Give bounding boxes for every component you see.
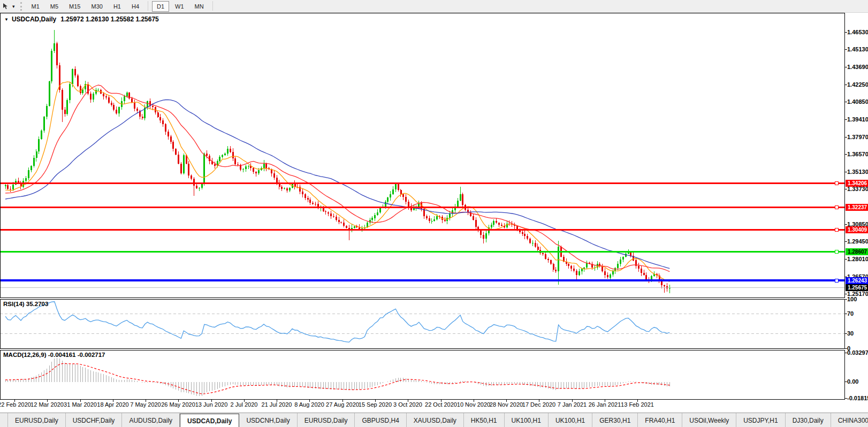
macd-tick-label: 0.032972 [847, 349, 868, 356]
level-price-badge: 1.30409 [846, 226, 868, 233]
timeframe-button-m30[interactable]: M30 [87, 1, 108, 12]
tab-ger30-h1[interactable]: GER30,H1 [592, 413, 638, 427]
date-tick-label: 2 Jul 2020 [231, 401, 258, 408]
date-tick-label: 26 May 2020 [161, 401, 195, 408]
date-tick-label: 18 Apr 2020 [97, 401, 128, 408]
price-tick-label: 1.37970 [847, 134, 868, 140]
rsi-panel-chart[interactable] [0, 299, 844, 348]
chart-tab-bar: EURUSD,DailyUSDCHF,DailyAUDUSD,DailyUSDC… [0, 413, 868, 427]
price-tick-label: 1.40850 [847, 98, 868, 105]
timeframe-button-m5[interactable]: M5 [45, 1, 63, 12]
timeframe-toolbar: ▾ M1M5M15M30H1H4D1W1MN [0, 0, 868, 13]
macd-panel-chart[interactable] [0, 350, 844, 399]
chevron-down-icon[interactable]: ▾ [12, 4, 15, 9]
collapse-icon[interactable]: ▼ [4, 17, 9, 22]
date-tick-label: 7 May 2020 [130, 401, 161, 408]
date-tick-label: 3 Oct 2020 [393, 401, 422, 408]
date-tick-label: 17 Dec 2020 [522, 401, 555, 408]
price-tick-label: 1.39410 [847, 116, 868, 123]
tab-uk100-h1[interactable]: UK100,H1 [505, 413, 549, 427]
tab-fra40-h1[interactable]: FRA40,H1 [638, 413, 682, 427]
price-tick-label: 1.28010 [847, 256, 868, 262]
macd-tick-label: -0.018154 [847, 395, 868, 401]
toolbar-separator [212, 1, 213, 11]
price-tick-label: 1.46530 [847, 29, 868, 35]
price-tick-label: 1.35130 [847, 169, 868, 175]
tab-gbpusd-h4[interactable]: GBPUSD,H4 [355, 413, 406, 427]
date-tick-label: 13 Feb 2021 [621, 401, 654, 408]
rsi-label: RSI(14) 35.2703 [3, 301, 48, 307]
macd-label: MACD(12,26,9) -0.004161 -0.002717 [3, 352, 105, 358]
price-tick-label: 1.29450 [847, 238, 868, 245]
date-tick-label: 13 Jun 2020 [195, 401, 228, 408]
tab-usdchf-daily[interactable]: USDCHF,Daily [66, 413, 123, 427]
timeframe-button-d1[interactable]: D1 [152, 1, 169, 12]
macd-tick-label: 0.00 [847, 378, 868, 385]
price-chart[interactable] [0, 13, 844, 298]
tab-usdcad-daily[interactable]: USDCAD,Daily [180, 414, 239, 427]
rsi-tick-label: 100 [847, 296, 868, 302]
price-tick-label: 1.45130 [847, 46, 868, 52]
price-tick-label: 1.43690 [847, 64, 868, 70]
date-tick-label: 22 Feb 2020 [0, 401, 31, 408]
timeframe-button-m1[interactable]: M1 [27, 1, 44, 12]
tab-eurusd-daily[interactable]: EURUSD,Daily [298, 413, 355, 427]
tab-uk100-h1[interactable]: UK100,H1 [549, 413, 592, 427]
level-price-badge: 1.32237 [846, 204, 868, 211]
price-tick-label: 1.36570 [847, 151, 868, 157]
chart-mode-button[interactable]: ▾ [2, 3, 15, 10]
tab-usoil-weekly[interactable]: USOil,Weekly [682, 413, 736, 427]
rsi-tick-label: 70 [847, 310, 868, 317]
toolbar-separator [148, 1, 148, 11]
price-tick-label: 1.42250 [847, 81, 868, 88]
tab-usdjpy-h1[interactable]: USDJPY,H1 [736, 413, 785, 427]
date-tick-label: 27 Aug 2020 [326, 401, 359, 408]
tab-audusd-daily[interactable]: AUDUSD,Daily [122, 413, 180, 427]
timeframe-button-h4[interactable]: H4 [127, 1, 144, 12]
rsi-tick-label: 30 [847, 330, 868, 337]
tab-eurusd-daily[interactable]: EURUSD,Daily [7, 413, 66, 427]
cursor-icon [2, 3, 10, 10]
chart-ohlc-values: 1.25972 1.26130 1.25582 1.25675 [60, 16, 159, 23]
tab-dj30-daily[interactable]: DJ30,Daily [786, 413, 831, 427]
date-tick-label: 28 Nov 2020 [490, 401, 523, 408]
date-tick-label: 15 Sep 2020 [359, 401, 392, 408]
timeframe-button-w1[interactable]: W1 [170, 1, 189, 12]
date-tick-label: 7 Jan 2021 [558, 401, 587, 408]
timeframe-button-h1[interactable]: H1 [109, 1, 126, 12]
tab-china300-h1[interactable]: CHINA300,H1 [831, 413, 868, 427]
current-price-badge: 1.25675 [846, 284, 868, 291]
date-tick-label: 12 Mar 2020 [31, 401, 64, 408]
tab-usdcnh-daily[interactable]: USDCNH,Daily [239, 413, 297, 427]
timeframe-group: M1M5M15M30H1H4D1W1MN [26, 1, 216, 12]
level-price-badge: 1.28607 [846, 248, 868, 255]
toolbar-grip[interactable] [20, 2, 22, 11]
date-tick-label: 26 Jan 2021 [589, 401, 621, 408]
date-tick-label: 8 Aug 2020 [294, 401, 324, 408]
tab-xauusd-daily[interactable]: XAUUSD,Daily [407, 413, 464, 427]
tab-hk50-h1[interactable]: HK50,H1 [464, 413, 505, 427]
level-price-badge: 1.26243 [846, 277, 868, 284]
date-tick-label: 10 Nov 2020 [457, 401, 490, 408]
timeframe-button-m15[interactable]: M15 [64, 1, 85, 12]
date-tick-label: 21 Jul 2020 [262, 401, 292, 408]
date-tick-label: 31 Mar 2020 [64, 401, 97, 408]
date-tick-label: 22 Oct 2020 [425, 401, 457, 408]
level-price-badge: 1.34206 [846, 180, 868, 187]
chart-symbol-label: USDCAD,Daily [12, 16, 56, 23]
timeframe-button-mn[interactable]: MN [190, 1, 209, 12]
chart-title: ▼ USDCAD,Daily 1.25972 1.26130 1.25582 1… [4, 16, 159, 23]
